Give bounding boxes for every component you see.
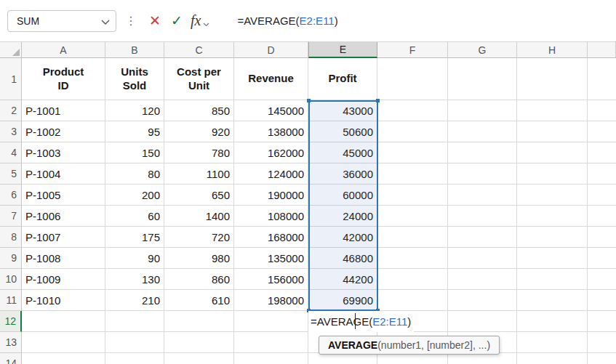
cell[interactable]	[377, 269, 448, 290]
cell[interactable]: Profit	[308, 58, 377, 100]
cell[interactable]	[448, 248, 517, 269]
cell[interactable]: 175	[105, 227, 164, 248]
row-header[interactable]: 9	[0, 248, 22, 269]
cell[interactable]: 120	[105, 100, 164, 121]
cell[interactable]	[517, 163, 588, 185]
cell[interactable]: 198000	[234, 290, 308, 311]
cell[interactable]: 200	[105, 185, 164, 206]
cell[interactable]: 130	[105, 269, 164, 290]
cell[interactable]	[448, 163, 517, 185]
cell[interactable]: 1400	[164, 206, 234, 227]
cell[interactable]: 920	[164, 121, 234, 142]
cell[interactable]	[588, 163, 616, 185]
row-header[interactable]: 13	[0, 332, 22, 353]
cell[interactable]	[448, 311, 517, 332]
cell[interactable]: 168000	[234, 227, 308, 248]
column-header-a[interactable]: A	[22, 42, 105, 58]
cell[interactable]	[517, 311, 588, 332]
cell[interactable]: P-1005	[22, 185, 105, 206]
cell[interactable]	[377, 248, 448, 269]
row-header[interactable]: 4	[0, 142, 22, 163]
cell[interactable]: 610	[164, 290, 234, 311]
cell[interactable]	[588, 353, 616, 364]
cell[interactable]: P-1003	[22, 142, 105, 163]
cell[interactable]: 42000	[308, 227, 377, 248]
cell[interactable]	[105, 353, 164, 364]
cell[interactable]	[164, 332, 234, 353]
cell[interactable]: P-1001	[22, 100, 105, 121]
cell[interactable]	[234, 311, 308, 332]
row-header-active[interactable]: 12	[0, 311, 22, 332]
cell[interactable]	[588, 121, 616, 142]
cell[interactable]: 90	[105, 248, 164, 269]
cell[interactable]: 46800	[308, 248, 377, 269]
drag-handle-icon[interactable]: ⋮	[125, 14, 137, 28]
column-header-partial[interactable]	[588, 42, 616, 58]
cell[interactable]	[517, 332, 588, 353]
cancel-button[interactable]: ✕	[144, 10, 166, 32]
cell[interactable]: 24000	[308, 206, 377, 227]
enter-button[interactable]: ✓	[166, 10, 188, 32]
cell[interactable]	[588, 248, 616, 269]
cell[interactable]	[517, 142, 588, 163]
column-header-c[interactable]: C	[164, 42, 234, 58]
column-header-f[interactable]: F	[377, 42, 448, 58]
cell[interactable]	[448, 100, 517, 121]
cell[interactable]	[517, 353, 588, 364]
cell[interactable]	[588, 58, 616, 100]
cell[interactable]: P-1006	[22, 206, 105, 227]
row-header[interactable]: 5	[0, 163, 22, 185]
cell[interactable]: Units Sold	[105, 58, 164, 100]
cell[interactable]: P-1009	[22, 269, 105, 290]
cell[interactable]: P-1007	[22, 227, 105, 248]
chevron-down-icon[interactable]	[101, 15, 110, 27]
cell[interactable]	[588, 269, 616, 290]
cell[interactable]: 60000	[308, 185, 377, 206]
cell[interactable]: 980	[164, 248, 234, 269]
column-header-b[interactable]: B	[105, 42, 164, 58]
row-header[interactable]: 1	[0, 58, 22, 100]
cell[interactable]: 780	[164, 142, 234, 163]
row-header[interactable]: 2	[0, 100, 22, 121]
cell[interactable]	[105, 311, 164, 332]
cell[interactable]: 145000	[234, 100, 308, 121]
cell[interactable]	[308, 353, 377, 364]
column-header-g[interactable]: G	[448, 42, 517, 58]
cell[interactable]: 720	[164, 227, 234, 248]
cell[interactable]: 95	[105, 121, 164, 142]
cell[interactable]	[448, 142, 517, 163]
cell[interactable]: 860	[164, 269, 234, 290]
cell[interactable]	[448, 121, 517, 142]
cell[interactable]: 43000	[308, 100, 377, 121]
cell[interactable]: 162000	[234, 142, 308, 163]
cell[interactable]	[517, 290, 588, 311]
cell[interactable]: 650	[164, 185, 234, 206]
cell[interactable]: P-1010	[22, 290, 105, 311]
row-header[interactable]: 8	[0, 227, 22, 248]
cell[interactable]: Cost per Unit	[164, 58, 234, 100]
cell[interactable]	[164, 311, 234, 332]
cell[interactable]	[588, 311, 616, 332]
column-header-e[interactable]: E	[308, 42, 377, 58]
cell[interactable]: 1100	[164, 163, 234, 185]
cell[interactable]	[588, 332, 616, 353]
cell[interactable]	[164, 353, 234, 364]
cell[interactable]	[517, 58, 588, 100]
cell[interactable]: 36000	[308, 163, 377, 185]
cell-edit-formula[interactable]: =AVERAGE(E2:E11)	[308, 311, 414, 332]
cell[interactable]: 60	[105, 206, 164, 227]
cell[interactable]: 80	[105, 163, 164, 185]
cell[interactable]: 138000	[234, 121, 308, 142]
cell[interactable]	[377, 290, 448, 311]
cell[interactable]	[517, 121, 588, 142]
cell[interactable]	[377, 185, 448, 206]
row-header[interactable]: 3	[0, 121, 22, 142]
cell[interactable]	[22, 353, 105, 364]
insert-function-button[interactable]: fx	[188, 10, 212, 32]
cell[interactable]	[377, 142, 448, 163]
cell[interactable]: 45000	[308, 142, 377, 163]
cell[interactable]	[234, 332, 308, 353]
cell[interactable]	[448, 353, 517, 364]
cell[interactable]	[22, 311, 105, 332]
cell[interactable]	[448, 227, 517, 248]
